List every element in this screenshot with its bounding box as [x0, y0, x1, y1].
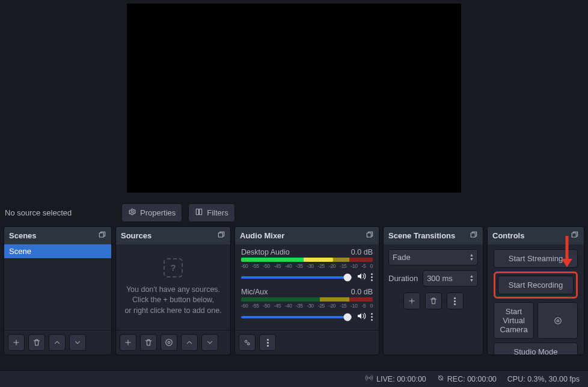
transitions-dock: Scene Transitions Fade ▲▼ Duration 300 m… [383, 226, 483, 355]
svg-rect-3 [99, 233, 103, 237]
mixer-meter [241, 258, 373, 262]
source-toolbar: No source selected Properties Filters [0, 199, 588, 226]
popout-icon[interactable] [98, 231, 106, 241]
transition-menu-button[interactable] [447, 293, 464, 309]
highlight-annotation: Start Recording [494, 271, 578, 299]
docks-row: Scenes Scene Sources ? You don't have an… [0, 226, 588, 355]
move-source-up-button[interactable] [181, 334, 198, 351]
record-icon [437, 374, 444, 383]
add-source-button[interactable] [120, 334, 136, 351]
transitions-header: Scene Transitions [384, 227, 483, 244]
duration-input[interactable]: 300 ms ▲▼ [423, 270, 478, 286]
status-cpu: CPU: 0.3%, 30.00 fps [507, 375, 580, 383]
svg-rect-1 [197, 209, 199, 214]
svg-rect-4 [218, 233, 222, 237]
scene-item[interactable]: Scene [4, 244, 111, 258]
mixer-scale: -60-55-50-45-40-35-30-25-20-15-10-50 [241, 303, 373, 309]
popout-icon[interactable] [366, 231, 374, 241]
scenes-dock: Scenes Scene [4, 226, 112, 355]
remove-source-button[interactable] [140, 334, 157, 351]
filters-button[interactable]: Filters [188, 203, 234, 222]
mixer-channel-mic: Mic/Aux 0.0 dB -60-55-50-45-40-35-30-25-… [235, 284, 379, 324]
source-status-label: No source selected [4, 208, 115, 217]
channel-menu-button[interactable] [371, 313, 373, 321]
popout-icon[interactable] [217, 231, 225, 241]
status-live: LIVE: 00:00:00 [365, 374, 426, 384]
remove-transition-button[interactable] [425, 293, 442, 309]
mixer-channel-desktop: Desktop Audio 0.0 dB -60-55-50-45-40-35-… [235, 244, 379, 284]
controls-dock: Controls Start Streaming Start Recording… [487, 226, 584, 355]
broadcast-icon [365, 374, 373, 384]
svg-point-8 [245, 341, 248, 343]
mixer-meter [241, 297, 373, 302]
popout-icon[interactable] [571, 231, 579, 241]
question-icon: ? [164, 258, 183, 277]
studio-mode-button[interactable]: Studio Mode [494, 342, 578, 355]
status-rec: REC: 00:00:00 [437, 374, 497, 383]
mixer-channel-level: 0.0 dB [351, 288, 373, 296]
mixer-menu-button[interactable] [259, 334, 276, 351]
gear-icon [128, 208, 136, 218]
source-properties-button[interactable] [161, 334, 177, 351]
start-virtual-camera-button[interactable]: Start Virtual Camera [494, 302, 534, 339]
chevron-down-icon[interactable]: ▼ [470, 258, 474, 261]
channel-menu-button[interactable] [371, 273, 373, 281]
chevron-down-icon[interactable]: ▼ [470, 279, 474, 282]
scenes-header: Scenes [4, 227, 111, 244]
remove-scene-button[interactable] [28, 334, 45, 351]
svg-point-9 [248, 343, 250, 345]
preview-canvas[interactable] [127, 4, 461, 193]
speaker-icon[interactable] [357, 271, 366, 283]
mixer-scale: -60-55-50-45-40-35-30-25-20-15-10-50 [241, 263, 373, 269]
svg-point-6 [166, 339, 173, 346]
sources-dock: Sources ? You don't have any sources. Cl… [115, 226, 231, 355]
audio-mixer-dock: Audio Mixer Desktop Audio 0.0 dB -60-55-… [234, 226, 379, 355]
properties-button[interactable]: Properties [121, 203, 182, 222]
duration-label: Duration [388, 274, 418, 283]
add-scene-button[interactable] [8, 334, 25, 351]
svg-point-0 [131, 211, 133, 213]
filters-icon [195, 208, 203, 218]
sources-header: Sources [116, 227, 230, 244]
start-recording-button[interactable]: Start Recording [498, 276, 574, 294]
mixer-channel-name: Desktop Audio [241, 248, 290, 256]
svg-rect-11 [572, 233, 576, 237]
virtual-camera-settings-button[interactable] [537, 302, 578, 339]
svg-rect-10 [471, 233, 475, 237]
sources-list[interactable]: ? You don't have any sources. Click the … [116, 244, 230, 330]
speaker-icon[interactable] [357, 311, 366, 323]
svg-point-14 [369, 377, 370, 379]
move-source-down-button[interactable] [201, 334, 218, 351]
controls-header: Controls [488, 227, 584, 244]
svg-point-12 [557, 320, 559, 322]
popout-icon[interactable] [470, 231, 478, 241]
volume-slider[interactable] [241, 316, 352, 318]
preview-area [0, 0, 588, 199]
scenes-list[interactable]: Scene [4, 244, 111, 330]
svg-rect-7 [367, 233, 371, 237]
move-scene-down-button[interactable] [69, 334, 86, 351]
advanced-audio-button[interactable] [239, 334, 256, 351]
sources-empty-state: ? You don't have any sources. Click the … [116, 244, 230, 330]
mixer-channel-name: Mic/Aux [241, 288, 268, 296]
mixer-channel-level: 0.0 dB [351, 248, 373, 256]
svg-point-13 [554, 317, 561, 324]
move-scene-up-button[interactable] [49, 334, 66, 351]
audio-mixer-header: Audio Mixer [235, 227, 379, 244]
status-bar: LIVE: 00:00:00 REC: 00:00:00 CPU: 0.3%, … [0, 370, 588, 387]
svg-rect-2 [200, 209, 202, 214]
svg-point-5 [168, 341, 170, 344]
add-transition-button[interactable] [403, 293, 420, 309]
volume-slider[interactable] [241, 276, 352, 279]
transition-select[interactable]: Fade ▲▼ [388, 249, 478, 265]
start-streaming-button[interactable]: Start Streaming [494, 249, 578, 268]
